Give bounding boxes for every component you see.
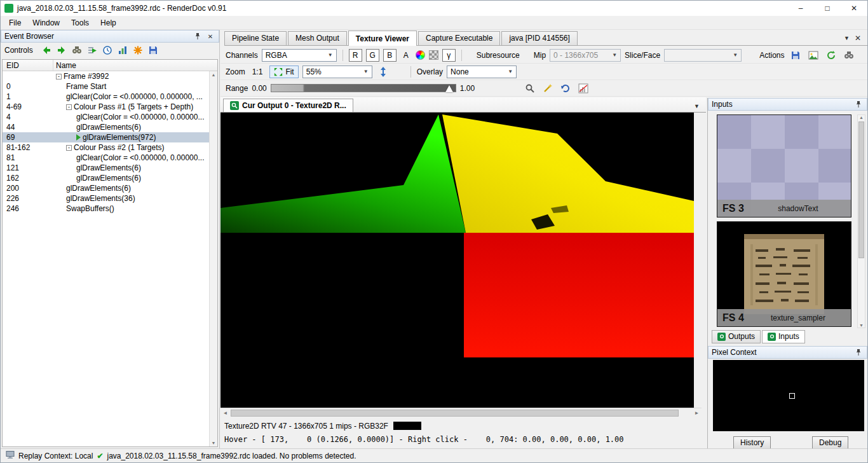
event-row-frame[interactable]: -Frame #3992 [3, 71, 209, 81]
texture-list-icon[interactable]: ▼ [688, 103, 706, 112]
texture-hscrollbar[interactable]: ◄ ► [220, 408, 702, 417]
chevron-down-icon: ▼ [612, 52, 617, 58]
scroll-right-icon[interactable]: ► [692, 408, 702, 417]
save-texture-icon[interactable] [789, 49, 803, 62]
pixel-context-view[interactable] [713, 360, 864, 431]
tab-capture-executable[interactable]: Capture Executable [418, 31, 500, 45]
tab-mesh-output[interactable]: Mesh Output [288, 31, 347, 45]
menu-item-file[interactable]: File [3, 17, 27, 29]
scroll-down-icon[interactable]: ▼ [212, 441, 216, 445]
zoom-1to1-button[interactable]: 1:1 [249, 66, 266, 78]
tab-list-icon[interactable]: ▼ [844, 35, 850, 41]
event-row-44[interactable]: 44glDrawElements(6) [3, 122, 209, 132]
mip-select[interactable]: 0 - 1366x705 ▼ [550, 49, 621, 62]
event-row-4-69[interactable]: 4-69-Colour Pass #1 (5 Targets + Depth) [3, 102, 209, 112]
red-channel-button[interactable]: R [349, 49, 362, 62]
step-back-icon[interactable] [39, 44, 53, 57]
tab-cur-output[interactable]: Cur Output 0 - Texture2D R... [223, 99, 353, 112]
flip-vertical-icon[interactable] [376, 66, 390, 78]
maximize-button[interactable]: □ [814, 1, 841, 16]
scroll-up-icon[interactable]: ▲ [212, 73, 216, 77]
event-row-81[interactable]: 81glClear(Color = <0.000000, 0.00000... [3, 153, 209, 163]
tab-outputs[interactable]: Outputs [712, 330, 761, 343]
pin-icon[interactable] [853, 347, 864, 357]
slice-face-select[interactable]: ▼ [664, 49, 742, 62]
fit-button[interactable]: Fit [269, 66, 298, 78]
checkerboard-backcolor-icon[interactable] [429, 50, 438, 60]
open-image-icon[interactable] [806, 49, 820, 62]
tab-close-icon[interactable]: ✕ [855, 34, 861, 43]
overlay-select[interactable]: None ▼ [447, 66, 517, 78]
menu-item-tools[interactable]: Tools [65, 17, 95, 29]
autofit-wand-icon[interactable] [541, 82, 555, 95]
reset-range-icon[interactable] [559, 82, 573, 95]
goto-event-icon[interactable] [85, 44, 99, 57]
color-wheel-icon[interactable] [416, 50, 425, 60]
event-eid: 162 [3, 174, 53, 183]
zoom-range-icon[interactable] [523, 82, 537, 95]
channels-select[interactable]: RGBA ▼ [262, 49, 337, 62]
refresh-icon[interactable] [824, 49, 838, 62]
event-row-226[interactable]: 226glDrawElements(36) [3, 193, 209, 204]
replay-context-label[interactable]: Replay Context: Local [18, 452, 93, 460]
event-row-0[interactable]: 0Frame Start [3, 81, 209, 92]
alpha-channel-button[interactable]: A [400, 49, 412, 62]
texture-status-line: Texture2D RTV 47 - 1366x705 1 mips - RGB… [220, 419, 706, 432]
event-name: glDrawElements(6) [53, 184, 209, 193]
range-slider[interactable] [271, 84, 456, 92]
event-row-200[interactable]: 200glDrawElements(6) [3, 183, 209, 193]
green-channel-button[interactable]: G [366, 49, 379, 62]
histogram-icon[interactable] [576, 82, 590, 95]
vscroll-thumb[interactable] [858, 121, 864, 258]
scroll-down-icon[interactable]: ▼ [859, 323, 864, 328]
tree-expander-icon[interactable]: - [66, 145, 72, 151]
timer-icon[interactable] [100, 44, 114, 57]
event-label: glDrawElements(6) [76, 163, 141, 172]
hscroll-thumb[interactable] [231, 410, 679, 417]
event-tree-scrollbar[interactable]: ▲ ▼ [209, 71, 217, 446]
step-forward-icon[interactable] [55, 44, 69, 57]
tree-expander-icon[interactable]: - [66, 104, 72, 110]
thumbnail-shadowtext[interactable]: FS 3 shadowText [717, 114, 851, 218]
event-row-162[interactable]: 162glDrawElements(6) [3, 173, 209, 183]
debug-button[interactable]: Debug [812, 436, 848, 449]
scroll-left-icon[interactable]: ◄ [220, 408, 230, 417]
history-button[interactable]: History [733, 436, 771, 449]
thumbnail-texture-sampler[interactable]: FS 4 texture_sampler [717, 221, 851, 327]
event-row-121[interactable]: 121glDrawElements(6) [3, 163, 209, 173]
stats-icon[interactable] [116, 44, 130, 57]
menu-item-window[interactable]: Window [27, 17, 65, 29]
tab-java-pid-414556-[interactable]: java [PID 414556] [501, 31, 577, 45]
event-name: glClear(Color = <0.000000, 0.00000... [53, 113, 209, 121]
event-row-69[interactable]: 69glDrawElements(972) [3, 132, 209, 142]
event-row-4[interactable]: 4glClear(Color = <0.000000, 0.00000... [3, 112, 209, 122]
scroll-up-icon[interactable]: ▲ [859, 115, 864, 120]
blue-channel-button[interactable]: B [383, 49, 397, 62]
find-event-icon[interactable] [70, 44, 84, 57]
event-row-246[interactable]: 246SwapBuffers() [3, 204, 209, 214]
tree-expander-icon[interactable]: - [56, 74, 62, 79]
range-max[interactable]: 1.00 [460, 84, 475, 93]
close-button[interactable]: ✕ [841, 1, 867, 16]
event-row-81-162[interactable]: 81-162-Colour Pass #2 (1 Targets) [3, 142, 209, 153]
zoom-select[interactable]: 55% ▼ [302, 66, 372, 78]
gamma-button[interactable]: γ [442, 49, 456, 62]
column-name[interactable]: Name [53, 60, 217, 71]
pin-icon[interactable] [193, 31, 203, 41]
menu-item-help[interactable]: Help [95, 17, 122, 29]
minimize-button[interactable]: – [787, 1, 814, 16]
range-handle[interactable] [445, 85, 453, 92]
range-min[interactable]: 0.00 [252, 84, 266, 93]
tab-texture-viewer[interactable]: Texture Viewer [348, 31, 417, 46]
bookmark-icon[interactable] [131, 44, 145, 57]
column-eid[interactable]: EID [3, 60, 53, 71]
texture-canvas[interactable] [220, 113, 694, 408]
save-events-icon[interactable] [146, 44, 160, 57]
tab-inputs[interactable]: Inputs [762, 330, 805, 343]
tab-pipeline-state[interactable]: Pipeline State [224, 31, 287, 45]
inputs-scrollbar[interactable]: ▲ ▼ [857, 114, 865, 328]
event-row-1[interactable]: 1glClear(Color = <0.000000, 0.000000, ..… [3, 92, 209, 102]
close-icon[interactable]: ✕ [205, 31, 215, 41]
find-texture-icon[interactable] [842, 49, 856, 62]
pin-icon[interactable] [853, 99, 864, 109]
